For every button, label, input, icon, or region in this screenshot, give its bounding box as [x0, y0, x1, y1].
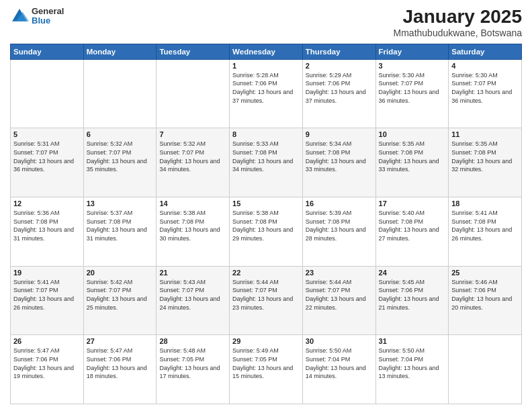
calendar-cell-w5-d4: 29Sunrise: 5:49 AM Sunset: 7:05 PM Dayli…	[230, 335, 303, 404]
col-thursday: Thursday	[302, 44, 375, 59]
title-block: January 2025 Mmathubudukwane, Botswana	[394, 7, 522, 38]
day-number: 9	[306, 130, 373, 138]
day-number: 10	[379, 130, 446, 138]
day-number: 26	[13, 337, 81, 345]
day-number: 7	[159, 130, 226, 138]
day-info: Sunrise: 5:32 AM Sunset: 7:07 PM Dayligh…	[159, 140, 226, 173]
calendar-title: January 2025	[394, 7, 522, 28]
day-number: 19	[13, 269, 81, 277]
logo-text: General Blue	[32, 7, 64, 26]
calendar-cell-w3-d7: 18Sunrise: 5:41 AM Sunset: 7:08 PM Dayli…	[449, 197, 522, 267]
week-row-3: 12Sunrise: 5:36 AM Sunset: 7:08 PM Dayli…	[11, 197, 522, 267]
calendar-cell-w4-d4: 22Sunrise: 5:44 AM Sunset: 7:07 PM Dayli…	[230, 266, 303, 335]
calendar-cell-w2-d6: 10Sunrise: 5:35 AM Sunset: 7:08 PM Dayli…	[375, 128, 449, 197]
logo: General Blue	[10, 7, 64, 26]
day-info: Sunrise: 5:40 AM Sunset: 7:08 PM Dayligh…	[379, 209, 446, 242]
day-info: Sunrise: 5:50 AM Sunset: 7:04 PM Dayligh…	[379, 347, 446, 380]
day-number: 16	[306, 199, 373, 208]
day-info: Sunrise: 5:47 AM Sunset: 7:06 PM Dayligh…	[87, 347, 154, 380]
day-info: Sunrise: 5:45 AM Sunset: 7:06 PM Dayligh…	[379, 278, 446, 312]
calendar-cell-w5-d5: 30Sunrise: 5:50 AM Sunset: 7:04 PM Dayli…	[302, 335, 375, 404]
logo-blue-label: Blue	[32, 16, 64, 26]
calendar-cell-w1-d6: 3Sunrise: 5:30 AM Sunset: 7:07 PM Daylig…	[375, 59, 449, 128]
day-number: 17	[379, 199, 446, 208]
calendar-cell-w1-d3	[157, 59, 230, 128]
calendar-cell-w1-d7: 4Sunrise: 5:30 AM Sunset: 7:07 PM Daylig…	[449, 59, 522, 128]
day-info: Sunrise: 5:44 AM Sunset: 7:07 PM Dayligh…	[232, 278, 300, 312]
day-info: Sunrise: 5:43 AM Sunset: 7:07 PM Dayligh…	[159, 278, 226, 312]
day-number: 2	[306, 62, 373, 70]
col-tuesday: Tuesday	[157, 44, 230, 59]
day-number: 20	[87, 269, 154, 277]
day-number: 27	[87, 337, 154, 345]
calendar-cell-w2-d1: 5Sunrise: 5:31 AM Sunset: 7:07 PM Daylig…	[11, 128, 84, 197]
calendar-cell-w3-d1: 12Sunrise: 5:36 AM Sunset: 7:08 PM Dayli…	[11, 197, 84, 267]
calendar-cell-w2-d2: 6Sunrise: 5:32 AM Sunset: 7:07 PM Daylig…	[83, 128, 157, 197]
day-info: Sunrise: 5:29 AM Sunset: 7:06 PM Dayligh…	[306, 71, 373, 105]
calendar-cell-w1-d4: 1Sunrise: 5:28 AM Sunset: 7:06 PM Daylig…	[230, 59, 303, 128]
page: General Blue January 2025 Mmathubudukwan…	[0, 0, 532, 411]
day-number: 4	[451, 62, 519, 70]
logo-general-label: General	[32, 7, 64, 16]
day-info: Sunrise: 5:48 AM Sunset: 7:05 PM Dayligh…	[159, 347, 226, 380]
day-number: 24	[379, 269, 446, 277]
week-row-1: 1Sunrise: 5:28 AM Sunset: 7:06 PM Daylig…	[11, 59, 522, 128]
day-info: Sunrise: 5:50 AM Sunset: 7:04 PM Dayligh…	[306, 347, 373, 380]
calendar-cell-w1-d5: 2Sunrise: 5:29 AM Sunset: 7:06 PM Daylig…	[302, 59, 375, 128]
calendar-cell-w2-d3: 7Sunrise: 5:32 AM Sunset: 7:07 PM Daylig…	[157, 128, 230, 197]
day-number: 30	[306, 337, 373, 345]
day-number: 12	[13, 199, 81, 208]
calendar-table: Sunday Monday Tuesday Wednesday Thursday…	[10, 44, 522, 404]
calendar-cell-w5-d7	[449, 335, 522, 404]
calendar-cell-w4-d6: 24Sunrise: 5:45 AM Sunset: 7:06 PM Dayli…	[375, 266, 449, 335]
calendar-cell-w3-d2: 13Sunrise: 5:37 AM Sunset: 7:08 PM Dayli…	[83, 197, 157, 267]
calendar-cell-w3-d3: 14Sunrise: 5:38 AM Sunset: 7:08 PM Dayli…	[157, 197, 230, 267]
day-info: Sunrise: 5:30 AM Sunset: 7:07 PM Dayligh…	[379, 71, 446, 105]
day-number: 11	[451, 130, 519, 138]
calendar-cell-w1-d1	[11, 59, 84, 128]
day-number: 21	[159, 269, 226, 277]
calendar-cell-w1-d2	[83, 59, 157, 128]
day-info: Sunrise: 5:39 AM Sunset: 7:08 PM Dayligh…	[306, 209, 373, 242]
logo-icon	[10, 7, 29, 26]
day-number: 15	[232, 199, 300, 208]
day-info: Sunrise: 5:32 AM Sunset: 7:07 PM Dayligh…	[87, 140, 154, 173]
day-number: 25	[451, 269, 519, 277]
day-info: Sunrise: 5:41 AM Sunset: 7:07 PM Dayligh…	[13, 278, 81, 312]
day-number: 3	[379, 62, 446, 70]
calendar-cell-w3-d6: 17Sunrise: 5:40 AM Sunset: 7:08 PM Dayli…	[375, 197, 449, 267]
day-number: 23	[306, 269, 373, 277]
col-friday: Friday	[375, 44, 449, 59]
day-info: Sunrise: 5:42 AM Sunset: 7:07 PM Dayligh…	[87, 278, 154, 312]
calendar-cell-w5-d3: 28Sunrise: 5:48 AM Sunset: 7:05 PM Dayli…	[157, 335, 230, 404]
day-info: Sunrise: 5:37 AM Sunset: 7:08 PM Dayligh…	[87, 209, 154, 242]
col-saturday: Saturday	[449, 44, 522, 59]
calendar-cell-w5-d1: 26Sunrise: 5:47 AM Sunset: 7:06 PM Dayli…	[11, 335, 84, 404]
day-info: Sunrise: 5:41 AM Sunset: 7:08 PM Dayligh…	[451, 209, 519, 242]
col-wednesday: Wednesday	[230, 44, 303, 59]
calendar-cell-w4-d3: 21Sunrise: 5:43 AM Sunset: 7:07 PM Dayli…	[157, 266, 230, 335]
week-row-2: 5Sunrise: 5:31 AM Sunset: 7:07 PM Daylig…	[11, 128, 522, 197]
day-info: Sunrise: 5:35 AM Sunset: 7:08 PM Dayligh…	[379, 140, 446, 173]
day-number: 13	[87, 199, 154, 208]
week-row-5: 26Sunrise: 5:47 AM Sunset: 7:06 PM Dayli…	[11, 335, 522, 404]
calendar-cell-w3-d4: 15Sunrise: 5:38 AM Sunset: 7:08 PM Dayli…	[230, 197, 303, 267]
day-info: Sunrise: 5:30 AM Sunset: 7:07 PM Dayligh…	[451, 71, 519, 105]
calendar-cell-w2-d4: 8Sunrise: 5:33 AM Sunset: 7:08 PM Daylig…	[230, 128, 303, 197]
calendar-cell-w4-d2: 20Sunrise: 5:42 AM Sunset: 7:07 PM Dayli…	[83, 266, 157, 335]
day-number: 22	[232, 269, 300, 277]
calendar-cell-w5-d6: 31Sunrise: 5:50 AM Sunset: 7:04 PM Dayli…	[375, 335, 449, 404]
day-info: Sunrise: 5:35 AM Sunset: 7:08 PM Dayligh…	[451, 140, 519, 173]
day-number: 1	[232, 62, 300, 70]
day-info: Sunrise: 5:46 AM Sunset: 7:06 PM Dayligh…	[451, 278, 519, 312]
calendar-cell-w2-d7: 11Sunrise: 5:35 AM Sunset: 7:08 PM Dayli…	[449, 128, 522, 197]
day-number: 28	[159, 337, 226, 345]
calendar-subtitle: Mmathubudukwane, Botswana	[394, 28, 522, 38]
day-number: 6	[87, 130, 154, 138]
day-number: 29	[232, 337, 300, 345]
calendar-cell-w5-d2: 27Sunrise: 5:47 AM Sunset: 7:06 PM Dayli…	[83, 335, 157, 404]
calendar-header-row: Sunday Monday Tuesday Wednesday Thursday…	[11, 44, 522, 59]
calendar-cell-w4-d5: 23Sunrise: 5:44 AM Sunset: 7:07 PM Dayli…	[302, 266, 375, 335]
calendar-cell-w3-d5: 16Sunrise: 5:39 AM Sunset: 7:08 PM Dayli…	[302, 197, 375, 267]
day-info: Sunrise: 5:47 AM Sunset: 7:06 PM Dayligh…	[13, 347, 81, 380]
